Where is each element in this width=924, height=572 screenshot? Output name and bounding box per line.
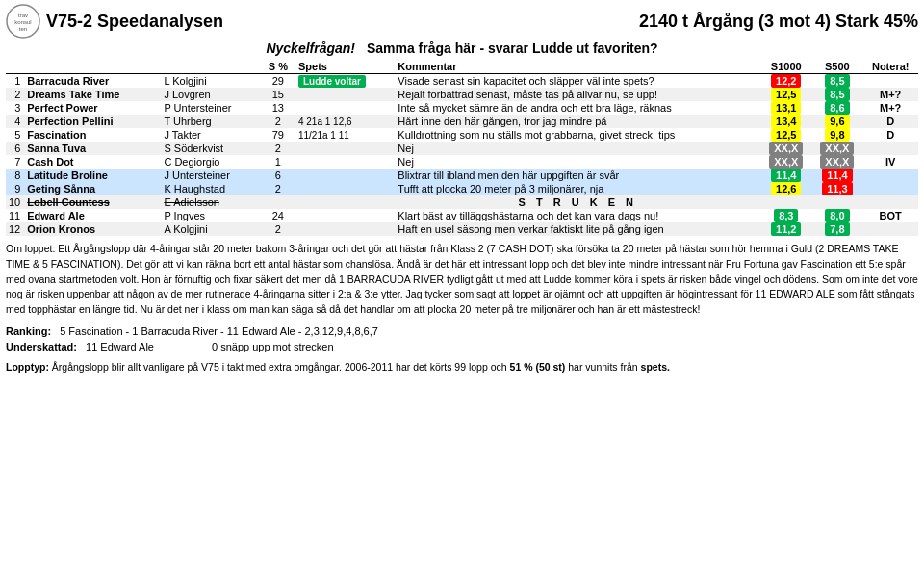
row-kommentar: Nej bbox=[395, 142, 760, 155]
row-horse-name: Lobell Countess bbox=[24, 195, 161, 209]
row-num: 5 bbox=[6, 128, 24, 142]
row-s500: 8,5 bbox=[811, 88, 862, 101]
col-name bbox=[24, 60, 161, 74]
svg-text:trav: trav bbox=[18, 13, 28, 18]
row-spets bbox=[295, 155, 395, 169]
table-row: 6Sanna TuvaS Söderkvist2NejXX,XXX,X bbox=[6, 142, 918, 155]
row-spets bbox=[295, 88, 395, 101]
underskattad-line: Underskattad: 11 Edward Ale 0 snäpp upp … bbox=[6, 341, 918, 352]
col-s500: S500 bbox=[811, 60, 862, 74]
row-jockey: S Söderkvist bbox=[161, 142, 260, 155]
row-s1000: 11,4 bbox=[760, 169, 811, 182]
row-notera: M+? bbox=[862, 101, 918, 115]
table-row: 5FascinationJ Takter7911/21a 1 11Kulldro… bbox=[6, 128, 918, 142]
underskattad-label: Underskattad: bbox=[6, 341, 77, 352]
row-notera bbox=[862, 169, 918, 182]
lopptyp-text2: har vunnits från bbox=[568, 361, 640, 373]
row-notera bbox=[862, 222, 918, 236]
row-jockey: K Haughstad bbox=[161, 182, 260, 195]
row-spets bbox=[295, 182, 395, 195]
row-spct: 2 bbox=[261, 182, 295, 195]
row-horse-name: Cash Dot bbox=[24, 155, 161, 169]
row-num: 7 bbox=[6, 155, 24, 169]
row-s500: 8,6 bbox=[811, 101, 862, 115]
row-kommentar: Nej bbox=[395, 155, 760, 169]
row-kommentar: Klart bäst av tilläggshästarna och det k… bbox=[395, 209, 760, 222]
row-horse-name: Orion Kronos bbox=[24, 222, 161, 236]
row-s500: 8,5 bbox=[811, 74, 862, 89]
row-num: 12 bbox=[6, 222, 24, 236]
race-table: S % Spets Kommentar S1000 S500 Notera! 1… bbox=[6, 60, 918, 236]
row-s500: XX,X bbox=[811, 155, 862, 169]
row-notera bbox=[862, 195, 918, 209]
row-kommentar: Kulldrottning som nu ställs mot grabbarn… bbox=[395, 128, 760, 142]
spets-badge: Ludde voltar bbox=[298, 75, 366, 88]
row-s1000: 8,3 bbox=[760, 209, 811, 222]
table-row: 8Latitude BrolineJ Untersteiner6Blixtrar… bbox=[6, 169, 918, 182]
row-num: 1 bbox=[6, 74, 24, 89]
col-spct: S % bbox=[261, 60, 295, 74]
table-row: 12Orion KronosA Kolgjini2Haft en usel sä… bbox=[6, 222, 918, 236]
row-spct bbox=[261, 195, 295, 209]
row-spct: 2 bbox=[261, 142, 295, 155]
row-kommentar: Inte så mycket sämre än de andra och ett… bbox=[395, 101, 760, 115]
row-s1000: XX,X bbox=[760, 142, 811, 155]
race-info: 2140 t Årgång (3 mot 4) Stark 45% bbox=[639, 12, 918, 32]
row-num: 2 bbox=[6, 88, 24, 101]
row-horse-name: Perfect Power bbox=[24, 101, 161, 115]
logo-icon: trav konsul ten bbox=[6, 4, 40, 39]
row-spct: 13 bbox=[261, 101, 295, 115]
row-s1000 bbox=[760, 195, 811, 209]
row-spct: 15 bbox=[261, 88, 295, 101]
row-s500: XX,X bbox=[811, 142, 862, 155]
col-num bbox=[6, 60, 24, 74]
row-kommentar: S T R U K E N bbox=[395, 195, 760, 209]
nyckel-label: Nyckelfrågan! bbox=[266, 40, 355, 56]
col-spets: Spets bbox=[295, 60, 395, 74]
table-header-row: S % Spets Kommentar S1000 S500 Notera! bbox=[6, 60, 918, 74]
row-num: 3 bbox=[6, 101, 24, 115]
row-jockey: J Lövgren bbox=[161, 88, 260, 101]
row-s500: 7,8 bbox=[811, 222, 862, 236]
header: trav konsul ten V75-2 Speedanalysen 2140… bbox=[6, 4, 918, 39]
col-notera: Notera! bbox=[862, 60, 918, 74]
row-spct: 1 bbox=[261, 155, 295, 169]
row-s500: 11,3 bbox=[811, 182, 862, 195]
row-horse-name: Edward Ale bbox=[24, 209, 161, 222]
page-wrapper: trav konsul ten V75-2 Speedanalysen 2140… bbox=[6, 4, 918, 376]
row-notera: D bbox=[862, 115, 918, 128]
row-num: 4 bbox=[6, 115, 24, 128]
comment-text: Om loppet: Ett Årgångslopp där 4-åringar… bbox=[6, 243, 918, 315]
ranking-block: Ranking: 5 Fascination - 1 Barracuda Riv… bbox=[6, 325, 918, 352]
row-kommentar: Tufft att plocka 20 meter på 3 miljonäre… bbox=[395, 182, 760, 195]
row-notera: BOT bbox=[862, 209, 918, 222]
row-kommentar: Visade senast sin kapacitet och släpper … bbox=[395, 74, 760, 89]
row-spets bbox=[295, 169, 395, 182]
row-jockey: J Takter bbox=[161, 128, 260, 142]
logo-area: trav konsul ten V75-2 Speedanalysen bbox=[6, 4, 223, 39]
row-horse-name: Fascination bbox=[24, 128, 161, 142]
row-horse-name: Geting Sånna bbox=[24, 182, 161, 195]
row-jockey: P Untersteiner bbox=[161, 101, 260, 115]
row-s500: 11,4 bbox=[811, 169, 862, 182]
row-spct: 79 bbox=[261, 128, 295, 142]
row-horse-name: Dreams Take Time bbox=[24, 88, 161, 101]
svg-text:konsul: konsul bbox=[14, 19, 31, 25]
row-jockey: E Adielsson bbox=[161, 195, 260, 209]
row-spets bbox=[295, 142, 395, 155]
row-s500: 8,0 bbox=[811, 209, 862, 222]
subtitle-text: Samma fråga här - svarar Ludde ut favori… bbox=[367, 40, 658, 56]
row-jockey: L Kolgjini bbox=[161, 74, 260, 89]
lopptyp-text: Årgångslopp blir allt vanligare på V75 i… bbox=[52, 361, 510, 373]
row-spets: 11/21a 1 11 bbox=[295, 128, 395, 142]
row-spct: 29 bbox=[261, 74, 295, 89]
table-row: 11Edward AleP Ingves24Klart bäst av till… bbox=[6, 209, 918, 222]
col-kommentar: Kommentar bbox=[395, 60, 760, 74]
row-spets bbox=[295, 209, 395, 222]
subtitle: Nyckelfrågan! Samma fråga här - svarar L… bbox=[6, 40, 918, 56]
ranking-label: Ranking: bbox=[6, 325, 51, 337]
row-jockey: P Ingves bbox=[161, 209, 260, 222]
row-kommentar: Hårt inne den här gången, tror jag mindr… bbox=[395, 115, 760, 128]
row-notera: M+? bbox=[862, 88, 918, 101]
row-spets bbox=[295, 101, 395, 115]
